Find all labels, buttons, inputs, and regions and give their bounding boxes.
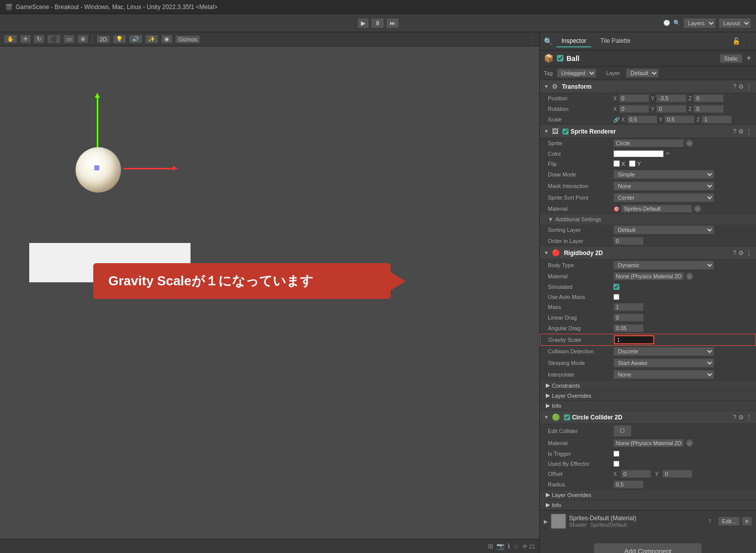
gravity-scale-input[interactable] — [614, 335, 654, 344]
is-trigger-label: Is Trigger — [548, 451, 613, 457]
used-by-effector-checkbox[interactable] — [613, 461, 619, 467]
flip-x-checkbox[interactable] — [613, 160, 620, 167]
transform-component-header[interactable]: ▼ ⚙ Transform ? ⚙ ⋮ — [540, 80, 756, 93]
rb-material-picker-icon[interactable]: ◎ — [686, 273, 693, 280]
sr-material-picker-icon[interactable]: ◎ — [694, 205, 701, 212]
tag-select[interactable]: Untagged — [557, 69, 596, 78]
pos-y-input[interactable] — [656, 94, 686, 102]
layer-select[interactable]: Default — [626, 69, 659, 78]
audio-toggle[interactable]: 🔊 — [129, 35, 142, 43]
sorting-layer-select[interactable]: Default — [613, 225, 714, 234]
sr-material-input[interactable] — [621, 205, 692, 213]
mass-input[interactable] — [613, 303, 644, 311]
rigidbody2d-more-icon[interactable]: ⋮ — [746, 250, 752, 257]
material-edit-button[interactable]: Edit... — [718, 517, 739, 526]
object-active-checkbox[interactable] — [557, 55, 563, 62]
body-type-select[interactable]: Dynamic — [613, 261, 714, 270]
order-in-layer-input[interactable] — [613, 237, 644, 245]
flip-y-checkbox[interactable] — [629, 160, 636, 167]
simulated-checkbox[interactable] — [613, 284, 619, 290]
rot-y-input[interactable] — [656, 105, 686, 113]
gizmos-btn[interactable]: Gizmos — [175, 35, 200, 43]
pos-x-input[interactable] — [619, 94, 649, 102]
angular-drag-label: Angular Drag — [548, 325, 613, 331]
circle-collider-header[interactable]: ▼ 🟢 Circle Collider 2D ? ⚙ ⋮ — [540, 411, 756, 424]
transform-settings-icon[interactable]: ⚙ — [738, 83, 744, 90]
rb-material-row: Material ◎ — [540, 271, 756, 282]
rigidbody2d-help-icon[interactable]: ? — [733, 250, 736, 257]
angular-drag-input[interactable] — [613, 324, 644, 332]
transform-more-icon[interactable]: ⋮ — [746, 83, 752, 90]
rb-material-input[interactable] — [613, 272, 684, 280]
static-button[interactable]: Static — [720, 54, 743, 63]
flip-x-label: X — [621, 161, 625, 167]
scale-tool[interactable]: ⬛ — [47, 35, 60, 43]
linear-drag-input[interactable] — [613, 314, 644, 322]
interpolate-select[interactable]: None — [613, 370, 714, 379]
rot-x-input[interactable] — [619, 105, 649, 113]
tab-tile-palette[interactable]: Tile Palette — [595, 35, 636, 47]
layer-overrides-rb-header[interactable]: ▶ Layer Overrides — [540, 391, 756, 401]
material-arrow[interactable]: ▶ — [544, 519, 548, 524]
material-help-icon[interactable]: ? — [708, 518, 711, 524]
fx-toggle[interactable]: ✨ — [145, 35, 158, 43]
rot-z-input[interactable] — [694, 105, 724, 113]
draw-mode-select[interactable]: Simple — [613, 170, 714, 179]
color-swatch[interactable] — [613, 150, 664, 157]
scene-canvas[interactable]: Gravity Scaleが１になっています — [0, 46, 539, 539]
layout-dropdown[interactable]: Layout — [719, 18, 751, 28]
sprite-renderer-active[interactable] — [562, 129, 569, 135]
pos-z-input[interactable] — [694, 94, 724, 102]
scale-y-input[interactable] — [664, 115, 695, 124]
color-eyedropper-icon[interactable]: ✏ — [666, 150, 670, 157]
scale-z-input[interactable] — [702, 115, 732, 124]
radius-value — [613, 480, 752, 488]
sprite-input[interactable] — [613, 139, 684, 147]
sprite-renderer-help-icon[interactable]: ? — [733, 128, 736, 135]
collision-detection-select[interactable]: Discrete — [613, 347, 714, 356]
offset-x-input[interactable] — [621, 470, 651, 478]
sprite-renderer-settings-icon[interactable]: ⚙ — [738, 128, 744, 135]
rect-tool[interactable]: ▭ — [64, 35, 75, 43]
transform-help-icon[interactable]: ? — [733, 83, 736, 90]
circle-collider-active[interactable] — [564, 414, 570, 420]
rigidbody2d-header[interactable]: ▼ 🔴 Rigidbody 2D ? ⚙ ⋮ — [540, 247, 756, 260]
edit-collider-row: Edit Collider ⬡ — [540, 424, 756, 438]
circle-collider-more-icon[interactable]: ⋮ — [746, 414, 752, 421]
lighting-toggle[interactable]: 💡 — [113, 35, 126, 43]
cc-material-picker-icon[interactable]: ◎ — [686, 440, 693, 447]
circle-collider-settings-icon[interactable]: ⚙ — [738, 414, 744, 421]
offset-y-input[interactable] — [662, 470, 692, 478]
play-button[interactable]: ▶ — [357, 18, 369, 28]
move-tool[interactable]: ✛ — [20, 35, 31, 43]
step-button[interactable]: ⏭ — [386, 18, 399, 28]
circle-collider-help-icon[interactable]: ? — [733, 414, 736, 421]
tab-inspector[interactable]: Inspector — [556, 35, 591, 47]
info-cc-header[interactable]: ▶ Info — [540, 500, 756, 510]
mask-interaction-select[interactable]: None — [613, 181, 714, 191]
material-more-button[interactable]: ≡ — [742, 517, 752, 526]
layers-dropdown[interactable]: Layers — [683, 18, 716, 28]
rotate-tool[interactable]: ↻ — [34, 35, 44, 43]
transform-tool[interactable]: ⊕ — [78, 35, 88, 43]
constraints-header[interactable]: ▶ Constraints — [540, 381, 756, 391]
2d-toggle[interactable]: 2D — [97, 35, 110, 43]
sprite-renderer-more-icon[interactable]: ⋮ — [746, 128, 752, 135]
layer-overrides-cc-header[interactable]: ▶ Layer Overrides — [540, 490, 756, 500]
sleeping-mode-select[interactable]: Start Awake — [613, 358, 714, 367]
use-auto-mass-checkbox[interactable] — [613, 294, 619, 300]
sprite-renderer-header[interactable]: ▼ 🖼 Sprite Renderer ? ⚙ ⋮ — [540, 125, 756, 138]
sprite-picker-icon[interactable]: ◎ — [686, 140, 693, 147]
scale-x-input[interactable] — [627, 115, 657, 124]
add-component-button[interactable]: Add Component — [594, 543, 703, 553]
cc-material-input[interactable] — [613, 439, 684, 447]
hand-tool[interactable]: ✋ — [4, 35, 17, 43]
radius-input[interactable] — [613, 480, 644, 488]
view-options[interactable]: ◉ — [161, 35, 172, 43]
info-rb-header[interactable]: ▶ Info — [540, 401, 756, 411]
rigidbody2d-settings-icon[interactable]: ⚙ — [738, 250, 744, 257]
sprite-sort-point-select[interactable]: Center — [613, 193, 714, 202]
edit-collider-button[interactable]: ⬡ — [613, 425, 632, 437]
pause-button[interactable]: ⏸ — [371, 18, 384, 28]
is-trigger-checkbox[interactable] — [613, 451, 619, 457]
